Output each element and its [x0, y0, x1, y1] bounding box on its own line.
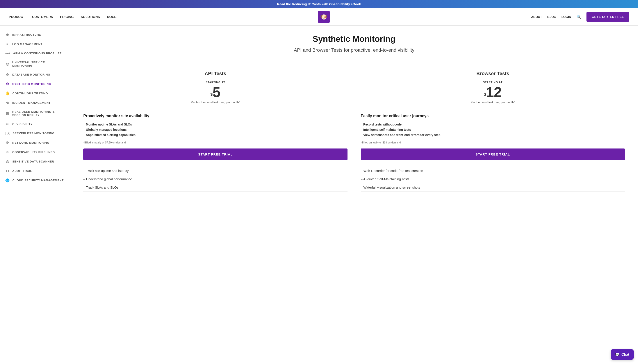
api-price-period: Per ten thousand test runs, per month*: [83, 100, 348, 104]
browser-tests-title: Browser Tests: [361, 71, 625, 76]
api-price-number: 5: [213, 84, 221, 100]
ci-icon: ∞: [5, 122, 10, 126]
api-price-display: $5: [83, 85, 348, 99]
sidebar-item-log-management[interactable]: ≡ LOG MANAGEMENT: [0, 40, 70, 48]
navbar: PRODUCT CUSTOMERS PRICING SOLUTIONS DOCS…: [0, 8, 638, 26]
browser-feature-1: Record tests without code: [361, 122, 625, 127]
api-feature-2: Globally managed locations: [83, 127, 348, 132]
sidebar-item-usm[interactable]: ◎ UNIVERSAL SERVICE MONITORING: [0, 58, 70, 70]
nav-product[interactable]: PRODUCT: [9, 15, 25, 18]
api-feature-1-text: Monitor uptime SLAs and SLOs: [86, 123, 132, 126]
infrastructure-icon: ⊕: [5, 33, 10, 37]
api-feature-1: Monitor uptime SLAs and SLOs: [83, 122, 348, 127]
nav-solutions[interactable]: SOLUTIONS: [81, 15, 100, 18]
incident-icon: ⟲: [5, 101, 10, 105]
brand-logo[interactable]: 🐶: [318, 11, 330, 23]
log-management-icon: ≡: [5, 42, 10, 46]
search-icon[interactable]: 🔍: [576, 14, 581, 19]
browser-feature-headline: Easily monitor critical user journeys: [361, 114, 625, 118]
browser-price-number: 12: [486, 84, 502, 100]
browser-feature-list: Record tests without code Intelligent, s…: [361, 122, 625, 138]
api-feature-headline: Proactively monitor site availability: [83, 114, 348, 118]
sidebar-item-incident[interactable]: ⟲ INCIDENT MANAGEMENT: [0, 98, 70, 108]
browser-feature-3-text: View screenshots and front-end errors fo…: [363, 133, 440, 137]
top-banner: Read the Reducing IT Costs with Observab…: [0, 0, 638, 8]
chat-icon: 💬: [615, 352, 619, 356]
sidebar-item-serverless[interactable]: ƒx SERVERLESS MONITORING: [0, 128, 70, 138]
synthetic-icon: ⚙: [5, 82, 10, 86]
browser-trial-button[interactable]: START FREE TRIAL: [361, 148, 625, 160]
sidebar-item-audit[interactable]: ⊟ AUDIT TRAIL: [0, 166, 70, 176]
browser-extra-3: Waterfall visualization and screenshots: [361, 183, 625, 192]
browser-price-display: $12: [361, 85, 625, 99]
nav-customers[interactable]: CUSTOMERS: [32, 15, 53, 18]
browser-billed-note: *Billed annually or $18 on-demand: [361, 141, 625, 144]
nav-blog[interactable]: BLOG: [547, 15, 556, 18]
browser-feature-1-text: Record tests without code: [363, 123, 402, 126]
cloud-security-icon: 🌐: [5, 178, 10, 182]
svg-text:🐶: 🐶: [320, 13, 328, 20]
nav-right: ABOUT BLOG LOGIN 🔍 GET STARTED FREE: [531, 12, 629, 22]
sensitive-icon: ◎: [5, 160, 10, 164]
browser-feature-2: Intelligent, self-maintaining tests: [361, 127, 625, 132]
browser-feature-2-text: Intelligent, self-maintaining tests: [363, 128, 411, 132]
database-icon: ⊜: [5, 72, 10, 77]
api-tests-title: API Tests: [83, 71, 348, 76]
browser-extra-features: Web-Recorder for code-free test creation…: [361, 167, 625, 192]
api-extra-3: Track SLAs and SLOs: [83, 183, 348, 192]
nav-login[interactable]: LOGIN: [561, 15, 571, 18]
continuous-testing-icon: 🔔: [5, 91, 10, 96]
sidebar-item-database[interactable]: ⊜ DATABASE MONITORING: [0, 70, 70, 79]
api-starting-at-label: STARTING AT: [83, 81, 348, 84]
nav-pricing[interactable]: PRICING: [60, 15, 74, 18]
rum-icon: ⊡: [5, 112, 10, 116]
api-tests-column: API Tests STARTING AT $5 Per ten thousan…: [83, 71, 348, 192]
api-trial-button[interactable]: START FREE TRIAL: [83, 148, 348, 160]
browser-price-symbol: $: [484, 92, 486, 96]
api-extra-1: Track site uptime and latency: [83, 167, 348, 175]
audit-icon: ⊟: [5, 169, 10, 173]
api-feature-3-text: Sophisticated alerting capabilities: [86, 133, 136, 137]
api-feature-3: Sophisticated alerting capabilities: [83, 132, 348, 138]
network-icon: ⟳: [5, 140, 10, 145]
page-layout: ⊕ INFRASTRUCTURE ≡ LOG MANAGEMENT ⟿ APM …: [0, 26, 638, 363]
chat-label: Chat: [621, 352, 629, 356]
sidebar-item-rum[interactable]: ⊡ REAL USER MONITORING & SESSION REPLAY: [0, 108, 70, 119]
browser-col-divider: [361, 109, 625, 109]
observability-icon: ✕: [5, 150, 10, 154]
sidebar-item-apm[interactable]: ⟿ APM & CONTINUOUS PROFILER: [0, 48, 70, 58]
sidebar-item-observability[interactable]: ✕ OBSERVABILITY PIPELINES: [0, 148, 70, 157]
sidebar-item-cloud-security[interactable]: 🌐 CLOUD SECURITY MANAGEMENT: [0, 176, 70, 185]
sidebar: ⊕ INFRASTRUCTURE ≡ LOG MANAGEMENT ⟿ APM …: [0, 26, 70, 363]
browser-feature-3: View screenshots and front-end errors fo…: [361, 132, 625, 138]
page-title: Synthetic Monitoring: [83, 34, 625, 44]
nav-left: PRODUCT CUSTOMERS PRICING SOLUTIONS DOCS: [9, 15, 116, 18]
nav-about[interactable]: ABOUT: [531, 15, 542, 18]
page-subtitle: API and Browser Tests for proactive, end…: [83, 47, 625, 53]
api-feature-list: Monitor uptime SLAs and SLOs Globally ma…: [83, 122, 348, 138]
api-extra-features: Track site uptime and latency Understand…: [83, 167, 348, 192]
sidebar-item-continuous-testing[interactable]: 🔔 CONTINUOUS TESTING: [0, 89, 70, 98]
browser-starting-at-label: STARTING AT: [361, 81, 625, 84]
main-content: Synthetic Monitoring API and Browser Tes…: [70, 26, 638, 363]
browser-extra-2: AI-driven Self-Maintaining Tests: [361, 175, 625, 183]
browser-tests-column: Browser Tests STARTING AT $12 Per thousa…: [361, 71, 625, 192]
pricing-grid: API Tests STARTING AT $5 Per ten thousan…: [83, 71, 625, 192]
sidebar-item-synthetic[interactable]: ⚙ SYNTHETIC MONITORING: [0, 79, 70, 89]
api-price-symbol: $: [210, 92, 213, 96]
divider: [83, 62, 625, 62]
nav-docs[interactable]: DOCS: [107, 15, 116, 18]
banner-text: Read the Reducing IT Costs with Observab…: [277, 2, 361, 6]
sidebar-item-ci[interactable]: ∞ CI VISIBILITY: [0, 119, 70, 128]
usm-icon: ◎: [5, 62, 10, 66]
sidebar-item-infrastructure[interactable]: ⊕ INFRASTRUCTURE: [0, 30, 70, 40]
api-extra-2: Understand global performance: [83, 175, 348, 183]
apm-icon: ⟿: [5, 51, 11, 56]
api-billed-note: *Billed annually or $7.20 on-demand: [83, 141, 348, 144]
get-started-button[interactable]: GET STARTED FREE: [586, 12, 629, 22]
api-feature-2-text: Globally managed locations: [86, 128, 127, 132]
sidebar-item-network[interactable]: ⟳ NETWORK MONITORING: [0, 138, 70, 148]
chat-button[interactable]: 💬 Chat: [611, 349, 633, 360]
browser-extra-1: Web-Recorder for code-free test creation: [361, 167, 625, 175]
sidebar-item-sensitive[interactable]: ◎ SENSITIVE DATA SCANNER: [0, 157, 70, 166]
